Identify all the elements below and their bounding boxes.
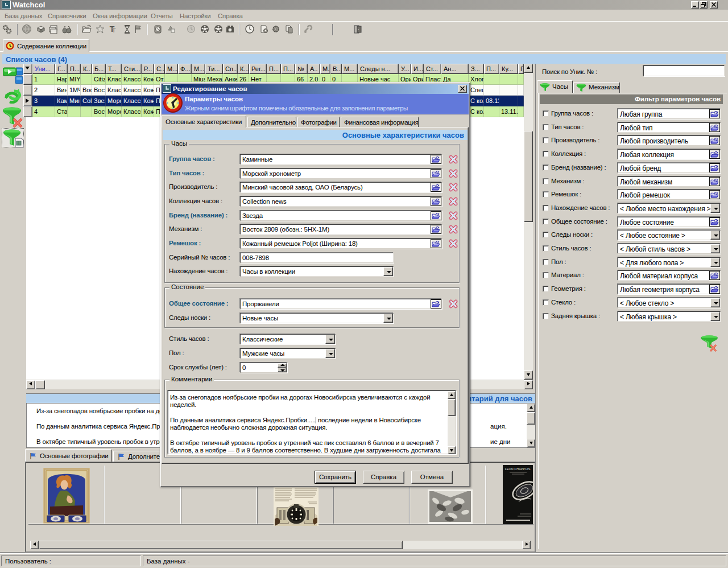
svg-text:T: T bbox=[112, 27, 116, 34]
svg-text:LEON CHAPPUIS: LEON CHAPPUIS bbox=[505, 467, 531, 471]
